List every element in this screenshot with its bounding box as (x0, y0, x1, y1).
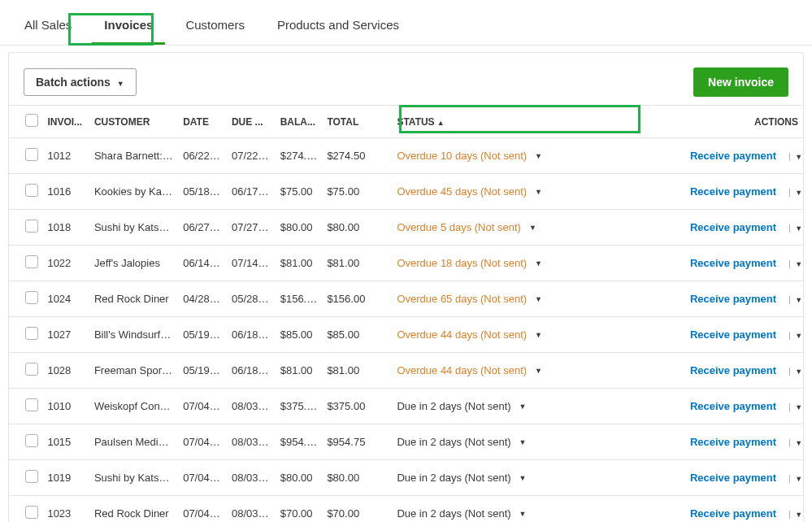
receive-payment-link[interactable]: Receive payment (690, 185, 776, 198)
header-status[interactable]: STATUS▲ (377, 106, 620, 138)
checkbox-icon[interactable] (25, 255, 38, 268)
chevron-down-icon[interactable] (535, 188, 542, 196)
customer-name[interactable]: Red Rock Diner (89, 281, 178, 317)
total: $80.00 (322, 210, 377, 246)
invoice-number[interactable]: 1019 (47, 460, 89, 496)
header-customer[interactable]: CUSTOMER (89, 106, 178, 138)
status-cell[interactable]: Overdue 18 days (Not sent) (377, 246, 620, 281)
invoice-number[interactable]: 1028 (47, 353, 89, 389)
invoice-number[interactable]: 1015 (47, 424, 89, 460)
checkbox-icon[interactable] (25, 114, 38, 127)
status-cell[interactable]: Overdue 45 days (Not sent) (377, 174, 620, 210)
invoice-number[interactable]: 1022 (47, 246, 89, 281)
chevron-down-icon[interactable] (535, 152, 542, 160)
table-row: 1018Sushi by Katsuyuki06/27/2007/27/20$8… (9, 210, 803, 246)
customer-name[interactable]: Red Rock Diner (89, 496, 178, 523)
total: $75.00 (322, 174, 377, 210)
batch-actions-button[interactable]: Batch actions (24, 68, 137, 96)
header-invoice[interactable]: INVOI... (47, 106, 89, 138)
receive-payment-link[interactable]: Receive payment (690, 150, 776, 162)
customer-name[interactable]: Freeman Sporting Goods (89, 353, 178, 389)
checkbox-icon[interactable] (25, 184, 38, 197)
status-cell[interactable]: Overdue 44 days (Not sent) (377, 317, 620, 353)
status-cell[interactable]: Due in 2 days (Not sent) (377, 424, 620, 460)
receive-payment-link[interactable]: Receive payment (690, 364, 776, 376)
status-cell[interactable]: Due in 2 days (Not sent) (377, 460, 620, 496)
header-balance[interactable]: BALA... (276, 106, 323, 138)
action-menu-caret[interactable] (789, 260, 802, 268)
checkbox-icon[interactable] (25, 327, 38, 340)
chevron-down-icon[interactable] (519, 438, 527, 446)
header-due-date[interactable]: DUE ... (227, 106, 276, 138)
header-total[interactable]: TOTAL (322, 106, 377, 138)
customer-name[interactable]: Shara Barnett:Barnett D (89, 138, 178, 174)
checkbox-icon[interactable] (25, 506, 38, 519)
chevron-down-icon[interactable] (535, 331, 542, 339)
table-row: 1027Bill's Windsurf Shop05/19/2006/18/20… (9, 317, 803, 353)
checkbox-icon[interactable] (25, 220, 38, 233)
action-menu-caret[interactable] (789, 189, 802, 197)
receive-payment-link[interactable]: Receive payment (690, 221, 776, 233)
receive-payment-link[interactable]: Receive payment (690, 257, 776, 269)
invoice-number[interactable]: 1024 (47, 281, 89, 317)
receive-payment-link[interactable]: Receive payment (690, 400, 776, 412)
receive-payment-link[interactable]: Receive payment (690, 472, 776, 484)
customer-name[interactable]: Paulsen Medical Suppl (89, 424, 178, 460)
invoice-number[interactable]: 1010 (47, 389, 89, 424)
invoice-number[interactable]: 1023 (47, 496, 89, 523)
action-menu-caret[interactable] (789, 332, 802, 340)
customer-name[interactable]: Jeff's Jalopies (89, 246, 178, 281)
action-menu-caret[interactable] (789, 224, 802, 233)
chevron-down-icon[interactable] (519, 402, 527, 411)
action-menu-caret[interactable] (789, 439, 802, 447)
customer-name[interactable]: Sushi by Katsuyuki (89, 210, 178, 246)
tab-invoices[interactable]: Invoices (88, 0, 169, 45)
checkbox-icon[interactable] (25, 148, 38, 161)
action-menu-caret[interactable] (789, 153, 802, 161)
status-cell[interactable]: Due in 2 days (Not sent) (377, 389, 620, 424)
receive-payment-link[interactable]: Receive payment (690, 507, 776, 520)
invoice-number[interactable]: 1018 (47, 210, 89, 246)
action-menu-caret[interactable] (789, 296, 802, 304)
invoice-number[interactable]: 1012 (47, 138, 89, 174)
chevron-down-icon[interactable] (535, 367, 542, 375)
invoice-number[interactable]: 1016 (47, 174, 89, 210)
header-select-all[interactable] (9, 106, 47, 138)
status-cell[interactable]: Overdue 65 days (Not sent) (377, 281, 620, 317)
status-cell[interactable]: Overdue 5 days (Not sent) (377, 210, 620, 246)
checkbox-icon[interactable] (25, 291, 38, 304)
customer-name[interactable]: Sushi by Katsuyuki (89, 460, 178, 496)
receive-payment-link[interactable]: Receive payment (690, 293, 776, 305)
row-checkbox-cell (9, 317, 47, 353)
checkbox-icon[interactable] (25, 434, 38, 447)
tab-products-services[interactable]: Products and Services (261, 0, 415, 45)
receive-payment-link[interactable]: Receive payment (690, 436, 776, 448)
customer-name[interactable]: Weiskopf Consulting (89, 389, 178, 424)
new-invoice-button[interactable]: New invoice (693, 67, 788, 97)
tab-all-sales[interactable]: All Sales (8, 0, 88, 45)
customer-name[interactable]: Kookies by Kathy (89, 174, 178, 210)
chevron-down-icon[interactable] (535, 295, 542, 303)
checkbox-icon[interactable] (25, 470, 38, 483)
header-date[interactable]: DATE (178, 106, 227, 138)
action-menu-caret[interactable] (789, 403, 802, 411)
status-cell[interactable]: Due in 2 days (Not sent) (377, 496, 620, 523)
status-cell[interactable]: Overdue 44 days (Not sent) (377, 353, 620, 389)
chevron-down-icon[interactable] (529, 224, 536, 232)
checkbox-icon[interactable] (25, 363, 38, 376)
chevron-down-icon[interactable] (519, 510, 527, 518)
action-menu-cell (781, 496, 803, 523)
action-menu-caret[interactable] (789, 511, 802, 519)
chevron-down-icon[interactable] (535, 259, 542, 268)
chevron-down-icon[interactable] (519, 474, 527, 482)
action-cell: Receive payment (671, 281, 781, 317)
tab-customers[interactable]: Customers (169, 0, 261, 45)
action-menu-caret[interactable] (789, 475, 802, 483)
invoice-number[interactable]: 1027 (47, 317, 89, 353)
checkbox-icon[interactable] (25, 398, 38, 411)
receive-payment-link[interactable]: Receive payment (690, 328, 776, 341)
total: $274.50 (322, 138, 377, 174)
customer-name[interactable]: Bill's Windsurf Shop (89, 317, 178, 353)
action-menu-caret[interactable] (789, 368, 802, 376)
status-cell[interactable]: Overdue 10 days (Not sent) (377, 138, 620, 174)
